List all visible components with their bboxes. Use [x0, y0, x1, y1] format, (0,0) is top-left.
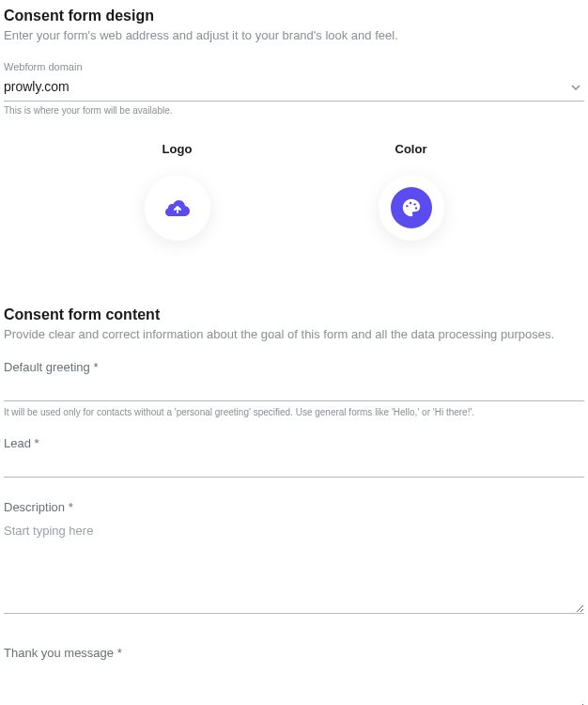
lead-input[interactable]	[4, 450, 584, 478]
description-field-block: Description *	[4, 500, 584, 618]
thankyou-textarea[interactable]	[4, 666, 584, 705]
svg-point-2	[413, 203, 415, 205]
design-options: Logo Color	[4, 133, 584, 297]
color-swatch	[391, 187, 432, 228]
color-label: Color	[379, 142, 444, 156]
lead-label: Lead *	[4, 436, 584, 450]
logo-label: Logo	[145, 142, 210, 156]
thankyou-label: Thank you message *	[4, 646, 584, 660]
logo-upload-button[interactable]	[145, 175, 210, 241]
lead-field-block: Lead *	[4, 436, 584, 478]
greeting-label: Default greeting *	[4, 360, 584, 374]
domain-value: prowly.com	[4, 79, 70, 94]
description-textarea[interactable]	[4, 520, 584, 614]
color-picker-button[interactable]	[379, 175, 444, 241]
svg-point-1	[409, 202, 410, 204]
content-subtitle: Provide clear and correct information ab…	[4, 327, 584, 341]
design-subtitle: Enter your form's web address and adjust…	[4, 28, 584, 42]
design-section: Consent form design Enter your form's we…	[4, 8, 584, 297]
design-title: Consent form design	[4, 8, 584, 24]
greeting-helper: It will be used only for contacts withou…	[4, 407, 584, 417]
greeting-input[interactable]	[4, 374, 584, 401]
domain-label: Webform domain	[4, 61, 584, 72]
logo-option: Logo	[145, 142, 210, 241]
thankyou-field-block: Thank you message *	[4, 646, 584, 705]
greeting-field-block: Default greeting *	[4, 360, 584, 401]
content-title: Consent form content	[4, 306, 584, 323]
chevron-down-icon	[571, 85, 580, 90]
svg-point-3	[414, 207, 416, 209]
cloud-upload-icon	[164, 198, 191, 217]
palette-icon	[401, 197, 422, 218]
domain-select[interactable]: prowly.com	[4, 74, 584, 102]
description-label: Description *	[4, 500, 584, 514]
svg-point-0	[406, 205, 408, 207]
content-section: Consent form content Provide clear and c…	[4, 306, 584, 705]
domain-helper: This is where your form will be availabl…	[4, 105, 584, 116]
color-option: Color	[379, 142, 444, 241]
